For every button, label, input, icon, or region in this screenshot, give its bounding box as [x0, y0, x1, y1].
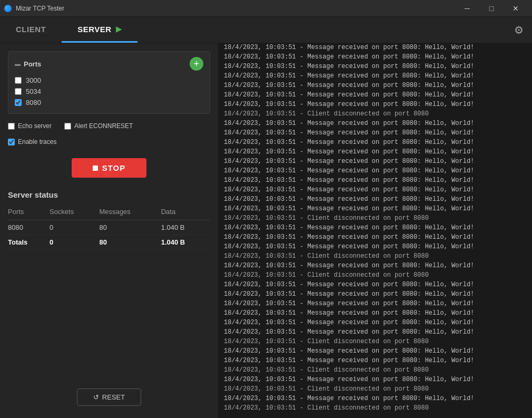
- options-row-2: Enable traces: [8, 138, 210, 145]
- port-checkbox[interactable]: [15, 99, 22, 106]
- log-line: 18/4/2023, 10:03:51 - Client disconnecte…: [224, 384, 527, 394]
- port-label: 8080: [26, 99, 41, 106]
- log-line: 18/4/2023, 10:03:51 - Client disconnecte…: [224, 251, 527, 261]
- tab-bar: CLIENT SERVER ▶ ⚙: [0, 17, 532, 43]
- add-port-button[interactable]: +: [190, 57, 203, 71]
- enable-traces-checkbox[interactable]: [8, 139, 15, 145]
- log-line: 18/4/2023, 10:03:51 - Message received o…: [224, 223, 527, 232]
- log-line: 18/4/2023, 10:03:51 - Message received o…: [224, 308, 527, 318]
- port-checkbox[interactable]: [15, 88, 22, 95]
- ports-header: ▬ Ports +: [15, 57, 203, 71]
- log-line: 18/4/2023, 10:03:51 - Message received o…: [224, 176, 527, 185]
- log-line: 18/4/2023, 10:03:51 - Message received o…: [224, 261, 527, 270]
- echo-server-option[interactable]: Echo server: [8, 122, 52, 130]
- log-line: 18/4/2023, 10:03:51 - Message received o…: [224, 394, 527, 403]
- server-play-icon: ▶: [116, 25, 122, 33]
- stop-label: STOP: [102, 163, 126, 172]
- echo-server-checkbox[interactable]: [8, 123, 15, 130]
- enable-traces-option[interactable]: Enable traces: [8, 138, 56, 145]
- log-line: 18/4/2023, 10:03:51 - Message received o…: [224, 81, 527, 90]
- title-bar: Mizar TCP Tester ─ □ ✕: [0, 0, 532, 17]
- options-row: Echo server Alert ECONNRESET: [8, 122, 210, 130]
- ports-title: Ports: [24, 60, 41, 68]
- port-checkbox[interactable]: [15, 77, 22, 84]
- log-line: 18/4/2023, 10:03:51 - Message received o…: [224, 157, 527, 166]
- log-line: 18/4/2023, 10:03:51 - Client disconnecte…: [224, 337, 527, 346]
- table-cell-sockets: 0: [50, 220, 100, 235]
- left-panel: ▬ Ports + 300050348080 Echo server Alert…: [0, 43, 219, 418]
- totals-cell-2: 80: [99, 235, 161, 250]
- log-line: 18/4/2023, 10:03:51 - Message received o…: [224, 346, 527, 356]
- minimize-button[interactable]: ─: [455, 0, 479, 17]
- log-line: 18/4/2023, 10:03:51 - Message received o…: [224, 166, 527, 176]
- log-line: 18/4/2023, 10:03:51 - Message received o…: [224, 299, 527, 308]
- log-line: 18/4/2023, 10:03:51 - Message received o…: [224, 62, 527, 71]
- tab-server-label: SERVER: [77, 25, 111, 34]
- echo-server-label: Echo server: [18, 122, 52, 130]
- col-sockets: Sockets: [50, 206, 100, 220]
- log-line: 18/4/2023, 10:03:51 - Message received o…: [224, 147, 527, 157]
- stop-icon: [93, 166, 98, 171]
- table-cell-messages: 80: [99, 220, 161, 235]
- main-content: ▬ Ports + 300050348080 Echo server Alert…: [0, 43, 532, 418]
- reset-label: RESET: [102, 393, 125, 401]
- log-line: 18/4/2023, 10:03:51 - Message received o…: [224, 43, 527, 52]
- log-line: 18/4/2023, 10:03:51 - Message received o…: [224, 90, 527, 100]
- totals-cell-1: 0: [50, 235, 100, 250]
- settings-button[interactable]: ⚙: [512, 22, 526, 38]
- log-line: 18/4/2023, 10:03:51 - Client disconnecte…: [224, 365, 527, 375]
- server-status-section: Server status Ports Sockets Messages Dat…: [8, 190, 210, 376]
- log-line: 18/4/2023, 10:03:51 - Message received o…: [224, 289, 527, 299]
- log-panel[interactable]: 18/4/2023, 10:03:51 - Message received o…: [219, 43, 532, 418]
- col-messages: Messages: [99, 206, 161, 220]
- maximize-button[interactable]: □: [479, 0, 504, 17]
- stop-button[interactable]: STOP: [72, 158, 147, 178]
- tab-client[interactable]: CLIENT: [0, 17, 62, 43]
- enable-traces-label: Enable traces: [18, 138, 56, 145]
- reset-button[interactable]: ↺ RESET: [77, 388, 141, 406]
- tab-client-label: CLIENT: [16, 25, 46, 34]
- log-line: 18/4/2023, 10:03:51 - Message received o…: [224, 375, 527, 384]
- alert-econnreset-label: Alert ECONNRESET: [74, 122, 133, 130]
- table-cell-port: 8080: [8, 220, 50, 235]
- log-line: 18/4/2023, 10:03:51 - Message received o…: [224, 204, 527, 213]
- totals-row: Totals0801.040 B: [8, 235, 210, 250]
- log-line: 18/4/2023, 10:03:51 - Message received o…: [224, 52, 527, 62]
- reset-icon: ↺: [93, 393, 99, 401]
- log-line: 18/4/2023, 10:03:51 - Client disconnecte…: [224, 109, 527, 119]
- log-line: 18/4/2023, 10:03:51 - Client disconnecte…: [224, 403, 527, 413]
- log-line: 18/4/2023, 10:03:51 - Message received o…: [224, 356, 527, 365]
- port-label: 5034: [26, 88, 41, 95]
- log-line: 18/4/2023, 10:03:51 - Message received o…: [224, 71, 527, 81]
- totals-cell-3: 1.040 B: [161, 235, 210, 250]
- alert-econnreset-checkbox[interactable]: [64, 123, 71, 130]
- col-data: Data: [161, 206, 210, 220]
- log-line: 18/4/2023, 10:03:51 - Message received o…: [224, 318, 527, 327]
- log-line: 18/4/2023, 10:03:51 - Client disconnecte…: [224, 270, 527, 280]
- port-item: 5034: [15, 86, 203, 97]
- ports-section: ▬ Ports + 300050348080: [8, 51, 210, 114]
- title-bar-left: Mizar TCP Tester: [4, 5, 64, 12]
- log-line: 18/4/2023, 10:03:51 - Client disconnecte…: [224, 213, 527, 223]
- log-line: 18/4/2023, 10:03:51 - Message received o…: [224, 327, 527, 337]
- log-line: 18/4/2023, 10:03:51 - Message received o…: [224, 242, 527, 251]
- port-label: 3000: [26, 76, 41, 84]
- log-line: 18/4/2023, 10:03:51 - Message received o…: [224, 232, 527, 242]
- col-ports: Ports: [8, 206, 50, 220]
- log-line: 18/4/2023, 10:03:51 - Message received o…: [224, 100, 527, 109]
- ports-collapse-icon[interactable]: ▬: [15, 61, 21, 67]
- table-cell-data: 1.040 B: [161, 220, 210, 235]
- server-status-title: Server status: [8, 190, 210, 199]
- window-controls: ─ □ ✕: [455, 0, 528, 17]
- ports-list: 300050348080: [15, 75, 203, 108]
- app-title: Mizar TCP Tester: [16, 5, 64, 12]
- close-button[interactable]: ✕: [504, 0, 528, 17]
- port-item: 8080: [15, 97, 203, 108]
- tab-server[interactable]: SERVER ▶: [62, 17, 137, 43]
- app-icon: [4, 5, 12, 12]
- table-row: 80800801.040 B: [8, 220, 210, 235]
- log-line: 18/4/2023, 10:03:51 - Message received o…: [224, 119, 527, 128]
- reset-btn-container: ↺ RESET: [8, 384, 210, 410]
- log-line: 18/4/2023, 10:03:51 - Message received o…: [224, 195, 527, 204]
- alert-econnreset-option[interactable]: Alert ECONNRESET: [64, 122, 133, 130]
